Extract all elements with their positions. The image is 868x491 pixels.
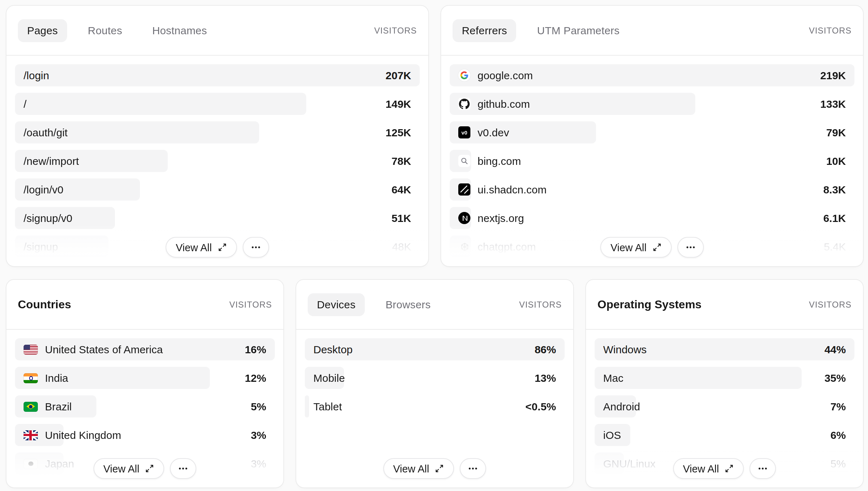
more-options-button[interactable] [460,458,486,479]
tab-referrers[interactable]: Referrers [453,19,516,42]
row-value: 3% [251,429,266,441]
svg-text:v0: v0 [461,130,468,136]
expand-icon [725,464,734,473]
ellipsis-icon [251,242,261,253]
table-row[interactable]: Brazil5% [15,395,275,417]
table-row[interactable]: /login207K [15,64,420,86]
row-value: 35% [824,372,846,384]
row-value: 51K [392,212,411,224]
flag-gb-icon [24,430,38,440]
table-row[interactable]: bing.com10K [450,150,854,172]
expand-icon [435,464,444,473]
row-value: 12% [245,372,266,384]
table-row[interactable]: Windows44% [595,338,854,360]
more-options-button[interactable] [677,237,704,258]
row-value: <0.5% [525,400,556,412]
tab-pages[interactable]: Pages [18,19,67,42]
row-label: /login/v0 [24,183,64,196]
row-content: ui.shadcn.com8.3K [450,178,854,201]
bottom-panel-row: CountriesVISITORSUnited States of Americ… [6,279,864,488]
row-label: /oauth/git [24,126,67,138]
row-list: /login207K/149K/oauth/git125K/new/import… [6,56,428,266]
table-row[interactable]: /signup/v051K [15,207,420,229]
table-row[interactable]: ui.shadcn.com8.3K [450,178,854,201]
row-value: 13% [535,372,556,384]
table-row[interactable]: Mac35% [595,367,854,389]
row-label: bing.com [478,155,521,167]
view-all-label: View All [176,242,212,253]
table-row[interactable]: iOS6% [595,424,854,446]
view-all-button[interactable]: View All [673,458,744,479]
row-value: 149K [385,98,411,110]
row-value: 16% [245,343,266,355]
tab-browsers[interactable]: Browsers [376,293,440,316]
panel-header: PagesRoutesHostnamesVISITORS [6,6,428,56]
more-options-button[interactable] [170,458,197,479]
operating-systems-panel: Operating SystemsVISITORSWindows44%Mac35… [585,279,864,488]
table-row[interactable]: google.com219K [450,64,854,86]
github-icon [458,98,470,110]
view-all-button[interactable]: View All [600,237,671,258]
table-row[interactable]: /new/import78K [15,150,420,172]
panel-footer: View All [6,237,428,258]
table-row[interactable]: Mobile13% [305,367,565,389]
row-content: India12% [15,367,275,389]
row-label: United States of America [45,343,163,355]
analytics-dashboard: PagesRoutesHostnamesVISITORS/login207K/1… [0,0,868,491]
row-content: /login207K [15,64,420,86]
tab-devices[interactable]: Devices [308,293,365,316]
view-all-label: View All [393,463,429,474]
row-value: 78K [392,155,411,167]
view-all-button[interactable]: View All [93,458,164,479]
ellipsis-icon [468,463,479,474]
visitors-column-header: VISITORS [374,25,417,35]
row-label: United Kingdom [45,429,121,441]
view-all-label: View All [610,242,646,253]
row-label: /new/import [24,155,79,167]
row-label: nextjs.org [478,212,524,224]
panel-footer: View All [586,458,863,479]
panel-header: CountriesVISITORS [6,280,283,330]
panel-header: Operating SystemsVISITORS [586,280,863,330]
row-value: 5% [251,400,266,412]
row-label: google.com [478,69,533,81]
more-options-button[interactable] [243,237,269,258]
tab-routes[interactable]: Routes [79,19,131,42]
table-row[interactable]: /149K [15,93,420,115]
row-content: United States of America16% [15,338,275,360]
google-icon [458,69,470,81]
visitors-column-header: VISITORS [229,299,272,309]
countries-title: Countries [18,298,71,311]
top-panel-row: PagesRoutesHostnamesVISITORS/login207K/1… [6,5,864,267]
table-row[interactable]: /oauth/git125K [15,121,420,143]
flag-us-icon [24,344,38,354]
row-content: Brazil5% [15,395,275,417]
more-options-button[interactable] [750,458,776,479]
view-all-button[interactable]: View All [166,237,237,258]
row-content: github.com133K [450,93,854,115]
table-row[interactable]: United States of America16% [15,338,275,360]
view-all-button[interactable]: View All [383,458,454,479]
flag-in-icon [24,373,38,383]
table-row[interactable]: Desktop86% [305,338,565,360]
row-value: 6% [831,429,846,441]
table-row[interactable]: nextjs.org6.1K [450,207,854,229]
row-content: google.com219K [450,64,854,86]
table-row[interactable]: Tablet<0.5% [305,395,565,417]
panel-footer: View All [6,458,283,479]
tab-utm-parameters[interactable]: UTM Parameters [528,19,629,42]
search-icon [458,155,470,167]
table-row[interactable]: github.com133K [450,93,854,115]
table-row[interactable]: Android7% [595,395,854,417]
row-value: 133K [820,98,846,110]
visitors-column-header: VISITORS [809,25,852,35]
nextjs-icon [458,212,470,224]
table-row[interactable]: India12% [15,367,275,389]
table-row[interactable]: /login/v064K [15,178,420,201]
tab-hostnames[interactable]: Hostnames [143,19,216,42]
row-value: 7% [831,400,846,412]
table-row[interactable]: v0v0.dev79K [450,121,854,143]
table-row[interactable]: United Kingdom3% [15,424,275,446]
expand-icon [652,243,662,252]
row-label: India [45,372,68,384]
